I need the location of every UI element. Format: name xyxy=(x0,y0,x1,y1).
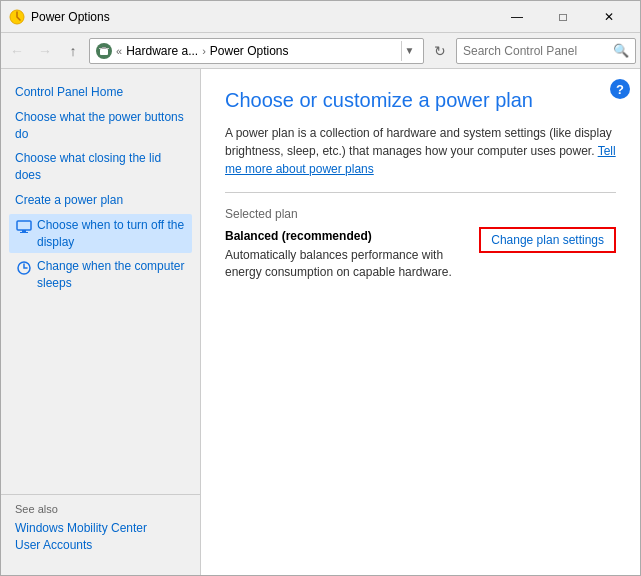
help-icon[interactable]: ? xyxy=(610,79,630,99)
sidebar-link-power-buttons: Choose what the power buttons do xyxy=(15,109,186,143)
svg-rect-1 xyxy=(100,49,108,55)
breadcrumb: « Hardware a... › Power Options xyxy=(96,43,397,59)
up-button[interactable]: ↑ xyxy=(61,39,85,63)
forward-button[interactable]: → xyxy=(33,39,57,63)
close-button[interactable]: ✕ xyxy=(586,1,632,33)
sidebar-item-closing-lid[interactable]: Choose what closing the lid does xyxy=(9,147,192,187)
refresh-button[interactable]: ↻ xyxy=(428,39,452,63)
svg-rect-3 xyxy=(102,47,106,49)
divider xyxy=(225,192,616,193)
back-button[interactable]: ← xyxy=(5,39,29,63)
sidebar-item-power-buttons[interactable]: Choose what the power buttons do xyxy=(9,106,192,146)
search-box[interactable]: 🔍 xyxy=(456,38,636,64)
mobility-center-link[interactable]: Windows Mobility Center xyxy=(15,521,186,535)
plan-description: Automatically balances performance with … xyxy=(225,247,463,281)
search-input[interactable] xyxy=(463,44,613,58)
sidebar-link-closing-lid: Choose what closing the lid does xyxy=(15,150,186,184)
svg-rect-4 xyxy=(17,221,31,230)
sidebar-item-control-panel-home[interactable]: Control Panel Home xyxy=(9,81,192,104)
sidebar-link-computer-sleeps: Change when the computer sleeps xyxy=(37,258,186,292)
sidebar-link-turn-off-display: Choose when to turn off the display xyxy=(37,217,186,251)
svg-rect-6 xyxy=(20,232,28,233)
see-also-title: See also xyxy=(15,503,186,515)
address-bar: ← → ↑ « Hardware a... › Power Options ▼ … xyxy=(1,33,640,69)
svg-rect-5 xyxy=(22,230,26,232)
sidebar-nav: Control Panel Home Choose what the power… xyxy=(1,81,200,486)
breadcrumb-current: Power Options xyxy=(210,44,289,58)
user-accounts-link[interactable]: User Accounts xyxy=(15,538,186,552)
address-dropdown-button[interactable]: ▼ xyxy=(401,41,417,61)
plan-info: Balanced (recommended) Automatically bal… xyxy=(225,229,463,281)
see-also-section: See also Windows Mobility Center User Ac… xyxy=(1,494,200,563)
app-icon xyxy=(9,9,25,25)
sidebar-item-create-plan[interactable]: Create a power plan xyxy=(9,189,192,212)
sidebar-link-control-panel-home: Control Panel Home xyxy=(15,84,123,101)
main-window: Power Options — □ ✕ ← → ↑ « Hardware a..… xyxy=(0,0,641,576)
plan-row: Balanced (recommended) Automatically bal… xyxy=(225,229,616,281)
address-field[interactable]: « Hardware a... › Power Options ▼ xyxy=(89,38,424,64)
minimize-button[interactable]: — xyxy=(494,1,540,33)
maximize-button[interactable]: □ xyxy=(540,1,586,33)
content-description: A power plan is a collection of hardware… xyxy=(225,124,616,178)
breadcrumb-prefix: « xyxy=(116,45,122,57)
sidebar-link-create-plan: Create a power plan xyxy=(15,192,123,209)
content-area: ? Choose or customize a power plan A pow… xyxy=(201,69,640,575)
main-layout: Control Panel Home Choose what the power… xyxy=(1,69,640,575)
sidebar-item-computer-sleeps[interactable]: Change when the computer sleeps xyxy=(9,255,192,295)
plan-name: Balanced (recommended) xyxy=(225,229,463,243)
sidebar-item-turn-off-display[interactable]: Choose when to turn off the display xyxy=(9,214,192,254)
sleep-icon xyxy=(15,259,33,277)
display-icon xyxy=(15,218,33,236)
sidebar: Control Panel Home Choose what the power… xyxy=(1,69,201,575)
breadcrumb-arrow: › xyxy=(202,45,206,57)
description-text: A power plan is a collection of hardware… xyxy=(225,126,612,158)
window-title: Power Options xyxy=(31,10,494,24)
title-bar: Power Options — □ ✕ xyxy=(1,1,640,33)
change-plan-button[interactable]: Change plan settings xyxy=(479,227,616,253)
breadcrumb-parent[interactable]: Hardware a... xyxy=(126,44,198,58)
selected-plan-label: Selected plan xyxy=(225,207,616,221)
content-title: Choose or customize a power plan xyxy=(225,89,616,112)
breadcrumb-icon xyxy=(96,43,112,59)
search-icon: 🔍 xyxy=(613,43,629,58)
window-controls: — □ ✕ xyxy=(494,1,632,33)
